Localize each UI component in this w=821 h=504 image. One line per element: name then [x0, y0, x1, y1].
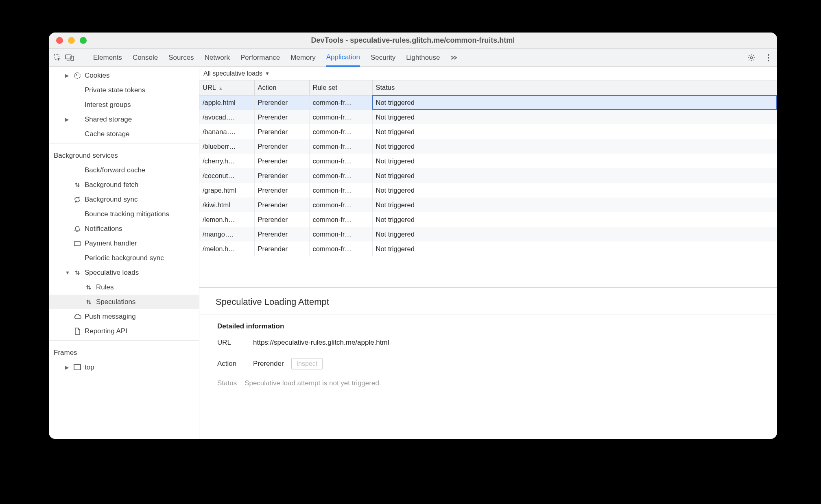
table-row[interactable]: /kiwi.htmlPrerendercommon-fr…Not trigger… — [199, 198, 777, 212]
cell-url: /cherry.h… — [199, 154, 254, 168]
tree-item-label: Speculations — [96, 298, 135, 306]
filter-bar: All speculative loads ▼ — [199, 67, 777, 80]
frame-icon — [73, 363, 81, 371]
zoom-window-button[interactable] — [80, 37, 87, 44]
table-row[interactable]: /melon.h…Prerendercommon-fr…Not triggere… — [199, 241, 777, 256]
cell-status: Not triggered — [372, 227, 777, 241]
tab-performance[interactable]: Performance — [240, 49, 280, 66]
minimize-window-button[interactable] — [68, 37, 75, 44]
svg-rect-17 — [74, 242, 80, 246]
cell-action: Prerender — [254, 212, 309, 227]
sidebar-item-bounce-tracking-mitigations[interactable]: Bounce tracking mitigations — [49, 207, 199, 222]
table-row[interactable]: /grape.htmlPrerendercommon-fr…Not trigge… — [199, 183, 777, 198]
cell-action: Prerender — [254, 227, 309, 241]
devtools-window: DevTools - speculative-rules.glitch.me/c… — [49, 33, 777, 439]
tree-item-label: Background fetch — [85, 181, 138, 189]
column-action[interactable]: Action — [254, 80, 309, 95]
db-icon — [73, 166, 81, 174]
table-row[interactable]: /lemon.h…Prerendercommon-fr…Not triggere… — [199, 212, 777, 227]
tab-console[interactable]: Console — [133, 49, 158, 66]
details-subheading: Detailed information — [199, 315, 777, 334]
more-tabs-icon[interactable] — [448, 52, 459, 63]
devtools-toolbar: ElementsConsoleSourcesNetworkPerformance… — [49, 49, 777, 67]
cell-url: /coconut… — [199, 168, 254, 183]
close-window-button[interactable] — [56, 37, 63, 44]
tab-elements[interactable]: Elements — [93, 49, 122, 66]
sidebar-item-background-sync[interactable]: Background sync — [49, 192, 199, 207]
sidebar-item-top[interactable]: ▶top — [49, 360, 199, 375]
toolbar-divider — [80, 53, 80, 63]
svg-rect-1 — [66, 55, 71, 59]
sidebar-item-private-state-tokens[interactable]: Private state tokens — [49, 83, 199, 98]
speculations-table: URL▲ActionRule setStatus /apple.htmlPrer… — [199, 80, 777, 288]
table-row[interactable]: /blueberr…Prerendercommon-fr…Not trigger… — [199, 139, 777, 154]
inspect-button[interactable]: Inspect — [291, 358, 323, 369]
sidebar-item-payment-handler[interactable]: Payment handler — [49, 236, 199, 251]
cell-status: Not triggered — [372, 154, 777, 168]
settings-gear-icon[interactable] — [746, 52, 757, 63]
table-row[interactable]: /avocad….Prerendercommon-fr…Not triggere… — [199, 110, 777, 124]
table-row[interactable]: /cherry.h…Prerendercommon-fr…Not trigger… — [199, 154, 777, 168]
tab-application[interactable]: Application — [326, 49, 360, 67]
detail-url-value: https://speculative-rules.glitch.me/appl… — [253, 339, 389, 347]
sidebar-item-back-forward-cache[interactable]: Back/forward cache — [49, 163, 199, 178]
cell-url: /mango…. — [199, 227, 254, 241]
sidebar-item-interest-groups[interactable]: Interest groups — [49, 98, 199, 112]
tab-security[interactable]: Security — [371, 49, 395, 66]
svg-point-5 — [768, 54, 769, 56]
filter-label: All speculative loads — [203, 70, 262, 77]
db-icon — [73, 210, 81, 218]
tab-memory[interactable]: Memory — [290, 49, 315, 66]
tree-item-label: Background sync — [85, 196, 138, 204]
details-heading: Speculative Loading Attempt — [199, 288, 777, 315]
updown-icon — [85, 283, 93, 291]
sidebar-item-cookies[interactable]: ▶Cookies — [49, 68, 199, 83]
svg-point-7 — [768, 60, 769, 61]
chevron-down-icon: ▼ — [265, 71, 270, 76]
cell-url: /banana…. — [199, 124, 254, 139]
tab-sources[interactable]: Sources — [168, 49, 194, 66]
disclosure-arrow-icon: ▶ — [65, 365, 70, 370]
filter-dropdown[interactable]: All speculative loads ▼ — [203, 70, 270, 77]
disclosure-arrow-icon: ▶ — [65, 117, 70, 122]
sidebar-item-speculative-loads[interactable]: ▼Speculative loads — [49, 265, 199, 280]
column-url[interactable]: URL▲ — [199, 80, 254, 95]
column-status[interactable]: Status — [372, 80, 777, 95]
sidebar-item-shared-storage[interactable]: ▶Shared storage — [49, 112, 199, 127]
kebab-menu-icon[interactable] — [763, 52, 774, 63]
tab-network[interactable]: Network — [205, 49, 230, 66]
sidebar-item-notifications[interactable]: Notifications — [49, 222, 199, 236]
tab-lighthouse[interactable]: Lighthouse — [406, 49, 440, 66]
sidebar-item-cache-storage[interactable]: Cache storage — [49, 127, 199, 141]
table-row[interactable]: /banana….Prerendercommon-fr…Not triggere… — [199, 124, 777, 139]
column-rule-set[interactable]: Rule set — [309, 80, 372, 95]
table-row[interactable]: /apple.htmlPrerendercommon-fr…Not trigge… — [199, 95, 777, 110]
device-toggle-icon[interactable] — [64, 52, 75, 63]
tree-item-label: Cookies — [85, 72, 109, 80]
tree-item-label: Payment handler — [85, 239, 137, 248]
cell-action: Prerender — [254, 124, 309, 139]
detail-action-label: Action — [217, 360, 246, 368]
sidebar-item-push-messaging[interactable]: Push messaging — [49, 309, 199, 324]
svg-point-4 — [751, 56, 753, 59]
tree-item-label: Bounce tracking mitigations — [85, 210, 169, 218]
section-frames: Frames — [49, 342, 199, 360]
cell-url: /avocad…. — [199, 110, 254, 124]
table-row[interactable]: /mango….Prerendercommon-fr…Not triggered — [199, 227, 777, 241]
tree-item-label: Speculative loads — [85, 269, 139, 277]
sidebar-item-reporting-api[interactable]: Reporting API — [49, 324, 199, 339]
updown-icon — [73, 269, 81, 277]
detail-status-label: Status — [217, 379, 237, 387]
sidebar-item-speculations[interactable]: Speculations — [49, 295, 199, 309]
db-icon — [73, 130, 81, 138]
speculations-panel: All speculative loads ▼ URL▲ActionRule s… — [199, 67, 777, 439]
sidebar-item-periodic-background-sync[interactable]: Periodic background sync — [49, 251, 199, 265]
sidebar-item-rules[interactable]: Rules — [49, 280, 199, 295]
inspect-element-icon[interactable] — [52, 52, 63, 63]
detail-status-value: Speculative load attempt is not yet trig… — [245, 379, 381, 387]
sync-icon — [73, 196, 81, 204]
table-row[interactable]: /coconut…Prerendercommon-fr…Not triggere… — [199, 168, 777, 183]
sidebar-item-background-fetch[interactable]: Background fetch — [49, 178, 199, 192]
tree-item-label: Cache storage — [85, 130, 130, 138]
tree-item-label: Rules — [96, 283, 114, 291]
